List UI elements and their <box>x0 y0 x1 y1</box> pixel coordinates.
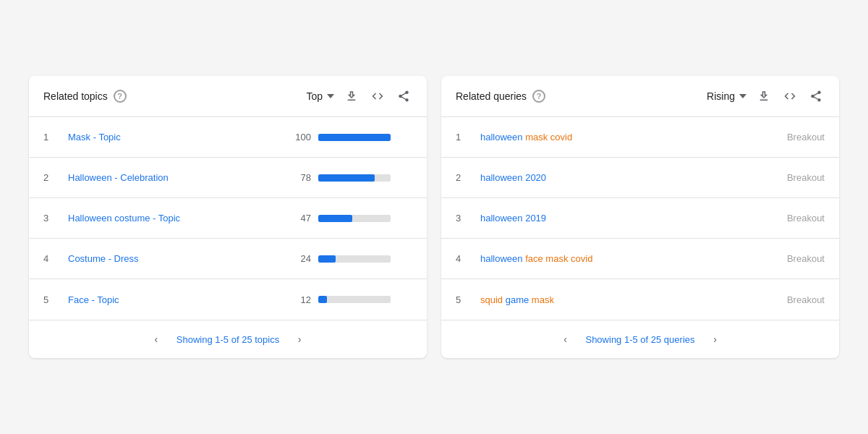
topics-help-icon[interactable]: ? <box>114 90 127 103</box>
row-bar-container <box>318 134 391 141</box>
row-label[interactable]: halloween face mask covid <box>480 253 774 264</box>
row-bar-fill <box>318 255 336 263</box>
topics-next-button[interactable]: › <box>291 331 308 348</box>
row-breakout: Breakout <box>774 172 825 183</box>
topics-download-button[interactable] <box>343 88 360 105</box>
row-value: 24 <box>291 253 311 264</box>
row-breakout: Breakout <box>774 213 825 224</box>
topics-filter-label: Top <box>306 90 323 102</box>
row-value: 78 <box>291 172 311 183</box>
queries-share-button[interactable] <box>807 88 825 105</box>
row-breakout: Breakout <box>774 253 825 264</box>
topics-embed-button[interactable] <box>369 88 386 105</box>
highlighted-word: mask <box>532 294 554 305</box>
table-row: 2 Halloween - Celebration 78 ⋮ <box>29 158 427 198</box>
topics-card-header: Related topics ? Top <box>29 76 427 117</box>
row-label[interactable]: Halloween costume - Topic <box>68 213 291 224</box>
row-value: 47 <box>291 213 311 224</box>
table-row: 3 Halloween costume - Topic 47 ⋮ <box>29 198 427 239</box>
share-icon <box>809 90 822 103</box>
topics-filter-dropdown[interactable]: Top <box>306 90 334 102</box>
table-row: 1 Mask - Topic 100 ⋮ <box>29 117 427 158</box>
row-rank: 3 <box>43 213 58 224</box>
row-rank: 3 <box>456 213 470 224</box>
row-bar-container <box>318 174 391 182</box>
queries-card-title: Related queries <box>456 90 527 102</box>
row-rank: 5 <box>456 294 470 305</box>
row-bar-fill <box>318 174 375 182</box>
table-row: 5 Face - Topic 12 ⋮ <box>29 279 427 320</box>
row-value: 100 <box>291 132 311 142</box>
row-rank: 5 <box>43 294 58 305</box>
highlighted-word: covid <box>550 132 572 142</box>
topics-prev-button[interactable]: ‹ <box>148 331 165 348</box>
queries-card-header: Related queries ? Rising <box>441 76 839 117</box>
topics-card-title: Related topics <box>43 90 108 102</box>
table-row: 3 halloween 2019 Breakout <box>441 198 839 239</box>
row-rank: 4 <box>456 253 470 264</box>
row-label[interactable]: halloween 2019 <box>480 213 774 224</box>
highlighted-word: mask <box>545 253 568 264</box>
highlighted-word: covid <box>571 253 592 264</box>
related-queries-card: Related queries ? Rising <box>441 76 839 358</box>
queries-embed-button[interactable] <box>781 88 799 105</box>
table-row: 2 halloween 2020 Breakout <box>441 158 839 198</box>
row-bar-fill <box>318 296 327 303</box>
table-row: 4 halloween face mask covid Breakout <box>441 239 839 279</box>
row-rank: 4 <box>43 253 58 264</box>
queries-prev-button[interactable]: ‹ <box>556 331 574 348</box>
queries-help-icon[interactable]: ? <box>532 90 545 103</box>
row-bar-container <box>318 215 391 222</box>
row-label[interactable]: squid game mask <box>480 294 774 305</box>
queries-filter-dropdown[interactable]: Rising <box>707 90 746 102</box>
row-label[interactable]: halloween 2020 <box>480 172 774 183</box>
table-row: 4 Costume - Dress 24 ⋮ <box>29 239 427 279</box>
topics-header-right: Top <box>306 88 412 105</box>
main-container: Related topics ? Top <box>14 61 854 373</box>
topics-dropdown-arrow-icon <box>327 94 334 98</box>
queries-header-left: Related queries ? <box>456 90 545 103</box>
row-bar-fill <box>318 134 391 141</box>
row-value: 12 <box>291 294 311 305</box>
row-label[interactable]: Mask - Topic <box>68 132 291 142</box>
row-rank: 1 <box>456 132 470 142</box>
row-rank: 2 <box>456 172 470 183</box>
table-row: 5 squid game mask Breakout <box>441 279 839 320</box>
row-label[interactable]: halloween mask covid <box>480 132 774 142</box>
highlighted-word: mask <box>525 132 548 142</box>
related-topics-card: Related topics ? Top <box>29 76 427 358</box>
queries-card-footer: ‹ Showing 1-5 of 25 queries › <box>441 320 839 358</box>
queries-header-right: Rising <box>707 88 825 105</box>
row-bar-fill <box>318 215 352 222</box>
row-label[interactable]: Costume - Dress <box>68 253 291 264</box>
download-icon <box>757 90 770 103</box>
row-label[interactable]: Face - Topic <box>68 294 291 305</box>
queries-download-button[interactable] <box>755 88 773 105</box>
queries-footer-text: Showing 1-5 of 25 queries <box>585 334 694 345</box>
queries-next-button[interactable]: › <box>707 331 724 348</box>
queries-dropdown-arrow-icon <box>739 94 746 98</box>
queries-table: 1 halloween mask covid Breakout 2 hallow… <box>441 117 839 320</box>
highlighted-word: face <box>525 253 543 264</box>
download-icon <box>345 90 358 103</box>
topics-footer-text: Showing 1-5 of 25 topics <box>176 334 279 345</box>
row-bar-container <box>318 296 391 303</box>
row-bar-container <box>318 255 391 263</box>
row-rank: 1 <box>43 132 58 142</box>
row-rank: 2 <box>43 172 58 183</box>
topics-card-footer: ‹ Showing 1-5 of 25 topics › <box>29 320 427 358</box>
row-label[interactable]: Halloween - Celebration <box>68 172 291 183</box>
table-row: 1 halloween mask covid Breakout <box>441 117 839 158</box>
highlighted-word: squid <box>480 294 503 305</box>
topics-header-left: Related topics ? <box>43 90 127 103</box>
row-breakout: Breakout <box>774 294 825 305</box>
embed-icon <box>371 90 384 103</box>
queries-filter-label: Rising <box>707 90 735 102</box>
topics-share-button[interactable] <box>395 88 412 105</box>
topics-table: 1 Mask - Topic 100 ⋮ 2 Halloween - Celeb… <box>29 117 427 320</box>
share-icon <box>397 90 410 103</box>
embed-icon <box>783 90 796 103</box>
row-breakout: Breakout <box>774 132 825 142</box>
